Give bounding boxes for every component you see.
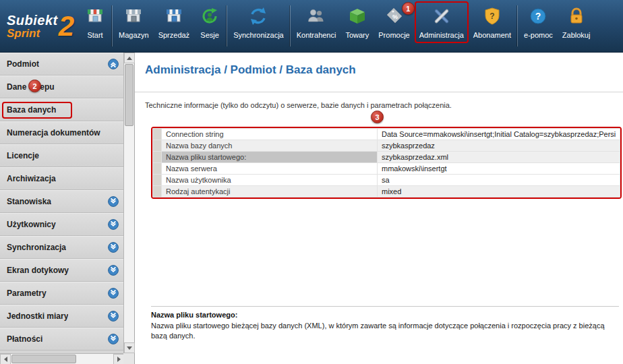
sidebar-item-label: Użytkownicy	[7, 220, 56, 229]
svg-text:?: ?	[535, 11, 541, 22]
toolbar-item-sesje[interactable]: Sesje	[194, 0, 225, 52]
app-logo: Subiekt Sprint 2	[0, 0, 80, 52]
chevron-down-icon[interactable]	[108, 219, 119, 230]
toolbar-label: Administracja	[419, 31, 464, 39]
sidebar-item-podmiot[interactable]: Podmiot	[0, 53, 124, 75]
scrollbar-corner	[123, 353, 134, 364]
toolbar-item-administracja[interactable]: Administracja	[415, 0, 469, 52]
sidebar-item-label: Podmiot	[7, 59, 39, 69]
chevron-up-icon[interactable]	[108, 59, 119, 69]
toolbar-label: Magazyn	[119, 31, 149, 39]
sidebar-list: Podmiot Dane sklepu Baza danych Numeracj…	[0, 53, 124, 351]
toolbar-label: Kontrahenci	[297, 31, 336, 39]
sidebar-item-dane-sklepu[interactable]: Dane sklepu	[0, 75, 124, 98]
top-toolbar: Subiekt Sprint 2 Start Magazyn Sprzedaż	[0, 0, 623, 53]
sidebar-item-label: Parametry	[7, 289, 47, 298]
sidebar-item-parametry[interactable]: Parametry	[0, 282, 124, 305]
table-row[interactable]: Rodzaj autentykacji mixed	[153, 186, 620, 198]
row-gutter	[153, 140, 162, 152]
sidebar-item-platnosci[interactable]: Płatności	[0, 328, 124, 351]
sidebar-horizontal-scrollbar[interactable]	[0, 353, 124, 364]
toolbar-item-towary[interactable]: Towary	[340, 0, 374, 52]
sync-arrows-icon	[247, 5, 269, 27]
toolbar-label: Synchronizacja	[233, 31, 284, 39]
toolbar-item-magazyn[interactable]: Magazyn	[114, 0, 154, 52]
scrollbar-thumb[interactable]	[11, 355, 76, 363]
toolbar-separator	[290, 5, 291, 47]
table-row[interactable]: Nazwa użytkownika sa	[153, 175, 620, 186]
sidebar-item-label: Baza danych	[7, 105, 56, 115]
toolbar-item-epomoc[interactable]: ? e-pomoc	[519, 0, 558, 52]
toolbar-items: Start Magazyn Sprzedaż Sesje	[80, 0, 623, 52]
property-value: szybkasprzedaz.xml	[378, 152, 620, 163]
property-name: Rodzaj autentykacji	[162, 186, 378, 198]
toolbar-item-zablokuj[interactable]: Zablokuj	[558, 0, 595, 52]
sidebar-item-numeracja-dokumentow[interactable]: Numeracja dokumentów	[0, 121, 124, 144]
property-value: mmakowski\insertgt	[378, 163, 620, 175]
chevron-down-icon[interactable]	[108, 265, 119, 276]
page-title: Administracja / Podmiot / Baza danych	[145, 63, 356, 77]
sidebar-item-label: Stanowiska	[7, 197, 51, 206]
property-value: szybkasprzedaz	[378, 140, 620, 152]
table-row[interactable]: Connection string Data Source=mmakowski\…	[153, 129, 620, 140]
sidebar-item-licencje[interactable]: Licencje	[0, 144, 124, 167]
help-icon: ?	[527, 5, 549, 27]
toolbar-item-synchronizacja[interactable]: Synchronizacja	[229, 0, 289, 52]
chevron-down-icon[interactable]	[108, 242, 119, 253]
toolbar-item-kontrahenci[interactable]: Kontrahenci	[292, 0, 341, 52]
scroll-right-button[interactable]	[113, 354, 124, 364]
scroll-up-button[interactable]	[124, 53, 135, 63]
scroll-down-button[interactable]	[124, 342, 135, 353]
triangle-up-icon	[127, 57, 132, 60]
chevron-down-icon[interactable]	[108, 288, 119, 299]
property-name: Nazwa użytkownika	[162, 175, 378, 186]
sidebar-item-label: Licencje	[7, 151, 39, 160]
administration-tools-icon	[431, 5, 452, 27]
sidebar-item-archiwizacja[interactable]: Archiwizacja	[0, 167, 124, 190]
table-row[interactable]: Nazwa bazy danych szybkasprzedaz	[153, 140, 620, 152]
scrollbar-thumb[interactable]	[125, 64, 134, 126]
scroll-left-button[interactable]	[0, 354, 11, 364]
sidebar-item-label: Płatności	[7, 334, 42, 344]
sidebar-item-ekran-dotykowy[interactable]: Ekran dotykowy	[0, 259, 124, 282]
toolbar-label: Abonament	[473, 31, 511, 39]
toolbar-item-sprzedaz[interactable]: Sprzedaż	[154, 0, 194, 52]
toolbar-item-abonament[interactable]: ? Abonament	[469, 0, 516, 52]
annotation-box-table: Connection string Data Source=mmakowski\…	[151, 127, 622, 199]
sidebar: Podmiot Dane sklepu Baza danych Numeracj…	[0, 53, 135, 364]
contractors-people-icon	[305, 5, 327, 27]
chevron-down-icon[interactable]	[108, 334, 119, 344]
sidebar-item-synchronizacja[interactable]: Synchronizacja	[0, 236, 124, 259]
toolbar-item-promocje[interactable]: % 1 Promocje	[374, 0, 414, 52]
row-gutter	[153, 186, 162, 198]
logo-version-number: 2	[59, 13, 74, 39]
table-row[interactable]: Nazwa serwera mmakowski\insertgt	[153, 163, 620, 175]
sidebar-item-baza-danych[interactable]: Baza danych	[0, 98, 124, 121]
svg-text:?: ?	[489, 11, 494, 21]
sidebar-vertical-scrollbar[interactable]	[123, 53, 134, 353]
triangle-right-icon	[117, 357, 121, 362]
row-gutter	[153, 175, 162, 186]
sidebar-item-jednostki-miary[interactable]: Jednostki miary	[0, 305, 124, 328]
store-sales-icon	[163, 5, 185, 27]
property-info-panel: Nazwa pliku startowego: Nazwa pliku star…	[151, 306, 619, 342]
property-name: Nazwa bazy danych	[162, 140, 378, 152]
chevron-down-icon[interactable]	[108, 311, 119, 322]
logo-sprint-text: Sprint	[7, 28, 58, 39]
title-divider	[135, 92, 623, 92]
lock-icon	[566, 5, 587, 27]
property-value: mixed	[378, 186, 620, 198]
main-content: Administracja / Podmiot / Baza danych Te…	[135, 53, 623, 364]
sidebar-item-label: Ekran dotykowy	[7, 266, 69, 275]
sidebar-item-uzytkownicy[interactable]: Użytkownicy	[0, 213, 124, 236]
storefront-icon	[84, 5, 106, 27]
toolbar-label: Promocje	[378, 31, 409, 39]
chevron-down-icon[interactable]	[108, 196, 119, 207]
annotation-badge-2: 2	[28, 80, 41, 92]
toolbar-item-start[interactable]: Start	[80, 0, 111, 52]
sidebar-item-label: Numeracja dokumentów	[7, 128, 100, 138]
sidebar-item-label: Synchronizacja	[7, 243, 66, 252]
table-row-selected[interactable]: Nazwa pliku startowego: szybkasprzedaz.x…	[153, 152, 620, 163]
svg-text:%: %	[392, 13, 398, 20]
sidebar-item-stanowiska[interactable]: Stanowiska	[0, 190, 124, 213]
